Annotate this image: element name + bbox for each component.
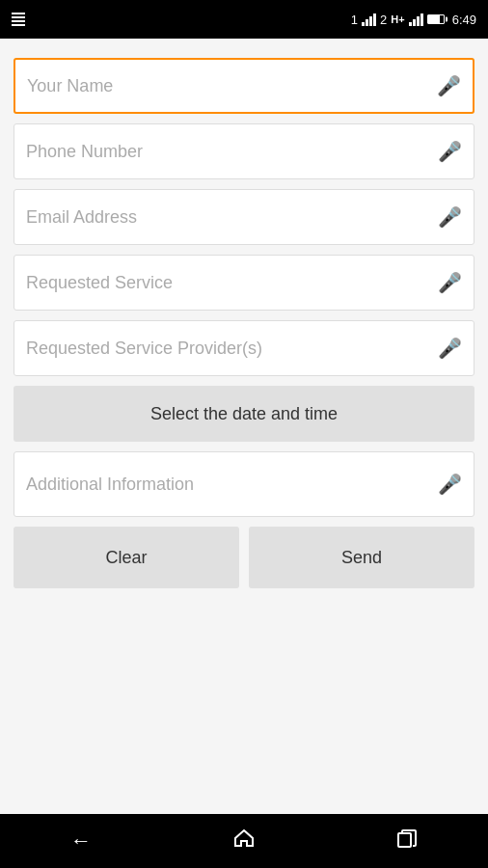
additional-info-input[interactable]: [26, 475, 438, 495]
provider-mic-icon[interactable]: 🎤: [438, 337, 462, 360]
clock: 6:49: [452, 13, 476, 27]
name-field-container: 🎤: [14, 58, 474, 114]
status-left: [12, 13, 25, 26]
email-input[interactable]: [26, 207, 438, 228]
sim1-label: 1: [351, 13, 358, 27]
nav-bar: [0, 814, 488, 868]
action-buttons: Clear Send: [14, 527, 474, 588]
date-time-button[interactable]: Select the date and time: [14, 386, 474, 442]
clear-button[interactable]: Clear: [14, 527, 239, 588]
sim2-label: 2: [380, 13, 387, 27]
provider-field-container: 🎤: [14, 320, 474, 376]
back-button[interactable]: [70, 828, 92, 854]
phone-field-container: 🎤: [14, 123, 474, 179]
phone-mic-icon[interactable]: 🎤: [438, 140, 462, 163]
home-button[interactable]: [232, 827, 256, 855]
signal-bars-1: [362, 13, 376, 26]
status-right: 1 2 H+ 6:49: [351, 13, 476, 27]
service-field-container: 🎤: [14, 255, 474, 311]
service-mic-icon[interactable]: 🎤: [438, 271, 462, 294]
service-input[interactable]: [26, 273, 438, 293]
main-content: 🎤 🎤 🎤 🎤 🎤 Select the date and time 🎤 Cle…: [0, 39, 488, 814]
provider-input[interactable]: [26, 339, 438, 359]
name-mic-icon[interactable]: 🎤: [437, 74, 461, 97]
email-mic-icon[interactable]: 🎤: [438, 205, 462, 229]
recent-apps-button[interactable]: [396, 827, 418, 854]
network-type: H+: [391, 14, 404, 25]
additional-info-mic-icon[interactable]: 🎤: [438, 473, 462, 496]
signal-icon: [12, 13, 25, 26]
name-input[interactable]: [27, 76, 437, 96]
phone-input[interactable]: [26, 142, 438, 162]
signal-bars-2: [409, 13, 423, 26]
send-button[interactable]: Send: [249, 527, 474, 588]
battery-icon: [427, 14, 445, 24]
additional-info-container: 🎤: [14, 451, 474, 517]
email-field-container: 🎤: [14, 189, 474, 245]
status-bar: 1 2 H+ 6:49: [0, 0, 488, 39]
svg-rect-0: [398, 833, 411, 847]
